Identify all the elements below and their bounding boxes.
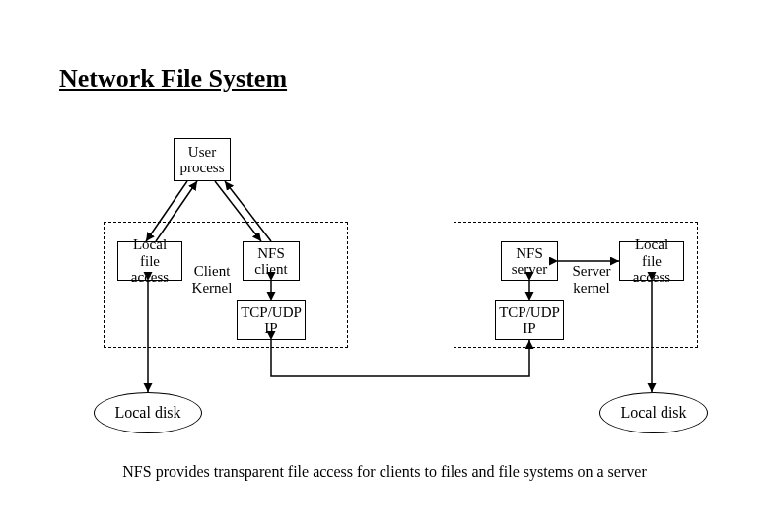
client-kernel-label: Client Kernel: [187, 263, 237, 296]
server-kernel-label: Server kernel: [567, 263, 616, 296]
nfs-server-line2: server: [512, 261, 548, 278]
tcpudp-left-line1: TCP/UDP: [241, 304, 302, 321]
local-file-access-left-box: Local file access: [117, 241, 182, 281]
local-disk-left-label: Local disk: [114, 404, 180, 422]
local-file-access-left-line2: access: [131, 269, 169, 286]
local-file-access-right-line1: Local file: [624, 236, 679, 269]
client-kernel-line2: Kernel: [192, 280, 233, 296]
local-file-access-right-box: Local file access: [619, 241, 684, 281]
tcpudp-left-line2: IP: [264, 320, 277, 337]
tcpudp-left-box: TCP/UDP IP: [237, 300, 306, 340]
server-kernel-line1: Server: [572, 263, 610, 279]
caption-text: NFS provides transparent file access for…: [79, 463, 690, 481]
local-file-access-left-line1: Local file: [122, 236, 177, 269]
nfs-server-box: NFS server: [501, 241, 558, 281]
user-process-line2: process: [180, 160, 225, 176]
page-title: Network File System: [59, 64, 287, 94]
tcpudp-right-box: TCP/UDP IP: [495, 300, 564, 340]
local-disk-right-label: Local disk: [620, 404, 686, 422]
client-kernel-line1: Client: [194, 263, 231, 279]
user-process-line1: User: [188, 144, 216, 161]
nfs-client-line1: NFS: [257, 245, 285, 262]
server-kernel-line2: kernel: [573, 280, 609, 296]
user-process-box: User process: [174, 138, 231, 181]
tcpudp-right-line2: IP: [523, 320, 535, 337]
local-disk-left: Local disk: [94, 392, 202, 433]
nfs-server-line1: NFS: [516, 245, 543, 262]
nfs-client-line2: client: [254, 261, 287, 278]
local-file-access-right-line2: access: [633, 269, 670, 286]
tcpudp-right-line1: TCP/UDP: [499, 304, 560, 321]
nfs-client-box: NFS client: [243, 241, 300, 281]
local-disk-right: Local disk: [599, 392, 708, 433]
